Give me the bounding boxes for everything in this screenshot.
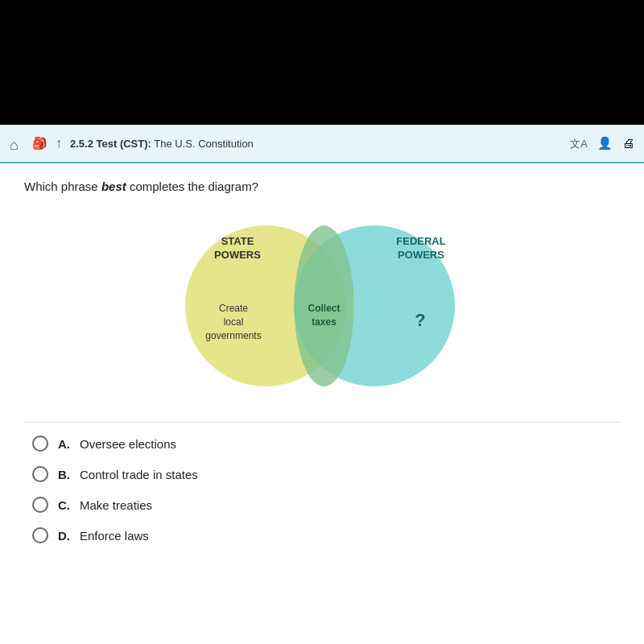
- answer-options: A. Oversee elections B. Control trade in…: [24, 436, 620, 543]
- question-text-after: completes the diagram?: [126, 180, 258, 193]
- option-d-text: Enforce laws: [80, 529, 149, 543]
- print-icon[interactable]: [622, 136, 634, 151]
- option-b[interactable]: B. Control trade in states: [32, 466, 620, 482]
- test-label: 2.5.2 Test (CST):: [70, 138, 151, 150]
- radio-a[interactable]: [32, 436, 48, 452]
- radio-c[interactable]: [32, 497, 48, 513]
- nav-icons-left: [10, 136, 62, 151]
- option-c-letter: C.: [58, 498, 70, 512]
- option-c[interactable]: C. Make treaties: [32, 497, 620, 513]
- state-content-label: Create local governments: [197, 302, 270, 342]
- radio-d[interactable]: [32, 527, 48, 543]
- nav-icons-right: [570, 136, 634, 151]
- browser-bar: 2.5.2 Test (CST): The U.S. Constitution: [0, 125, 644, 163]
- top-black-bar: [0, 0, 644, 125]
- overlap-content-label: Collect taxes: [294, 302, 354, 329]
- upload-icon[interactable]: [56, 136, 62, 151]
- option-b-text: Control trade in states: [80, 468, 198, 481]
- divider: [24, 422, 620, 423]
- venn-diagram: STATE POWERS FEDERAL POWERS Create local…: [169, 217, 475, 394]
- translate-icon[interactable]: [570, 136, 588, 151]
- question-text-italic: best: [101, 180, 126, 193]
- question-text-before: Which phrase: [24, 180, 101, 193]
- option-a-letter: A.: [58, 437, 70, 451]
- option-a[interactable]: A. Oversee elections: [32, 436, 620, 452]
- option-a-text: Oversee elections: [80, 437, 176, 451]
- option-b-letter: B.: [58, 468, 70, 481]
- federal-content-label: ?: [388, 310, 452, 331]
- venn-diagram-container: STATE POWERS FEDERAL POWERS Create local…: [24, 209, 620, 402]
- option-c-text: Make treaties: [80, 498, 152, 512]
- radio-b[interactable]: [32, 466, 48, 482]
- bag-icon[interactable]: [32, 136, 47, 151]
- option-d-letter: D.: [58, 529, 70, 543]
- federal-powers-label: FEDERAL POWERS: [385, 235, 457, 262]
- state-powers-label: STATE POWERS: [201, 235, 274, 262]
- person-icon[interactable]: [597, 136, 613, 151]
- browser-title: 2.5.2 Test (CST): The U.S. Constitution: [70, 138, 562, 150]
- test-subtitle: The U.S. Constitution: [154, 138, 254, 150]
- main-content: Which phrase best completes the diagram?…: [0, 163, 644, 644]
- question-text: Which phrase best completes the diagram?: [24, 180, 620, 193]
- home-icon[interactable]: [10, 137, 24, 150]
- option-d[interactable]: D. Enforce laws: [32, 527, 620, 543]
